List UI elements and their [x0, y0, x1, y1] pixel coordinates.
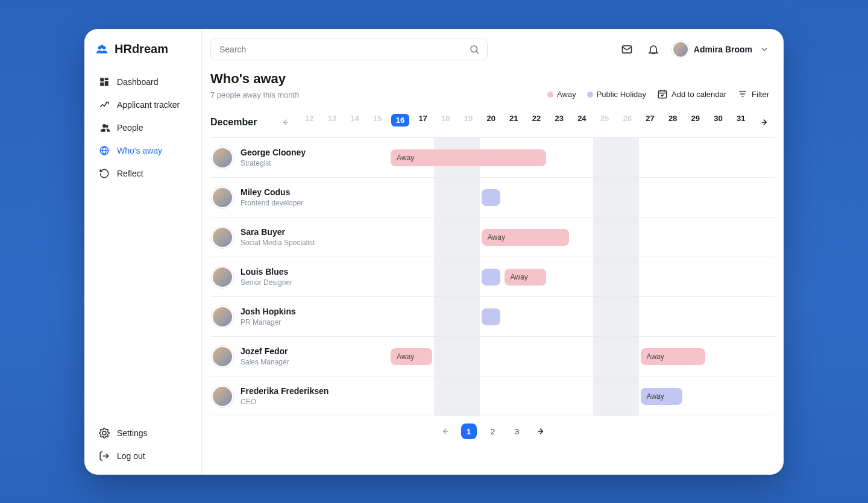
calendar-header: December 1213141516171819202122232425262… — [202, 99, 784, 134]
pager-page-1[interactable]: 1 — [461, 423, 477, 439]
person-role: CEO — [241, 398, 329, 406]
next-range-button[interactable] — [757, 114, 773, 130]
prev-range-button[interactable] — [277, 114, 293, 130]
day-14[interactable]: 14 — [344, 110, 366, 134]
holiday-bar[interactable] — [482, 269, 501, 286]
holiday-bar[interactable] — [482, 189, 501, 206]
day-23[interactable]: 23 — [548, 110, 571, 134]
holiday-bar[interactable]: Away — [641, 388, 682, 405]
search-input[interactable] — [218, 44, 464, 55]
page-title: Who's away — [210, 71, 299, 87]
person: Josh HopkinsPR Manager — [210, 306, 382, 328]
day-16[interactable]: 16 — [389, 110, 412, 134]
holiday-bar[interactable] — [482, 308, 501, 325]
notifications-button[interactable] — [646, 42, 661, 57]
sidebar-item-dashboard[interactable]: Dashboard — [94, 72, 192, 92]
person-role: Social Media Specialist — [241, 239, 315, 247]
add-to-calendar-button[interactable]: Add to calendar — [657, 89, 726, 99]
person-row: George ClooneyStrategistAway — [210, 137, 775, 177]
day-29[interactable]: 29 — [684, 110, 707, 134]
day-15[interactable]: 15 — [366, 110, 389, 134]
away-bar[interactable]: Away — [391, 348, 432, 365]
day-24[interactable]: 24 — [571, 110, 594, 134]
trend-icon — [99, 99, 110, 110]
away-bar[interactable]: Away — [641, 348, 705, 365]
sidebar-item-who-s-away[interactable]: Who's away — [94, 140, 192, 161]
person-name: Frederika Frederiksen — [241, 386, 329, 396]
topbar: Admira Broom — [202, 29, 784, 66]
sidebar-item-applicant-tracker[interactable]: Applicant tracker — [94, 95, 192, 115]
away-bar[interactable]: Away — [482, 229, 569, 246]
person: Sara BuyerSocial Media Specialist — [210, 227, 382, 248]
day-18[interactable]: 18 — [434, 110, 457, 134]
sidebar: HRdream DashboardApplicant trackerPeople… — [84, 29, 202, 475]
search-input-wrap[interactable] — [210, 39, 488, 60]
person: Jozef FedorSales Manager — [210, 346, 382, 367]
person-avatar — [212, 187, 233, 208]
chevron-down-icon — [760, 45, 769, 54]
person-role: Sales Manager — [241, 358, 289, 366]
person-role: Frontend developer — [241, 199, 303, 207]
person-role: Strategist — [241, 159, 306, 167]
sidebar-item-settings[interactable]: Settings — [94, 423, 192, 443]
person-name: Louis Blues — [241, 267, 292, 276]
person-avatar — [212, 227, 233, 248]
person: Miley CodusFrontend developer — [210, 187, 382, 208]
day-26[interactable]: 26 — [616, 110, 639, 134]
arrow-right-icon — [536, 426, 547, 437]
person-row: Louis BluesSenior DesignerAway — [210, 257, 775, 296]
user-name: Admira Broom — [694, 45, 752, 54]
day-30[interactable]: 30 — [707, 110, 730, 134]
page-header: Who's away 7 people away this month Away… — [202, 66, 784, 99]
calendar-grid: George ClooneyStrategistAwayMiley CodusF… — [210, 137, 775, 416]
person: Louis BluesSenior Designer — [210, 266, 382, 288]
user-menu[interactable]: Admira Broom — [672, 41, 769, 58]
person-avatar — [212, 306, 233, 328]
day-25[interactable]: 25 — [593, 110, 616, 134]
person-name: George Clooney — [241, 148, 306, 157]
day-12[interactable]: 12 — [298, 110, 321, 134]
mail-icon — [621, 43, 633, 55]
day-22[interactable]: 22 — [525, 110, 548, 134]
arrow-left-icon — [439, 426, 450, 437]
pagination: 123 — [202, 416, 784, 444]
person-row: Jozef FedorSales ManagerAwayAway — [210, 336, 775, 376]
pager-next[interactable] — [533, 423, 549, 439]
page-subtitle: 7 people away this month — [210, 90, 299, 99]
day-27[interactable]: 27 — [639, 110, 662, 134]
pager-page-2[interactable]: 2 — [485, 423, 501, 439]
legend-holiday: Public Holiday — [587, 90, 646, 99]
day-28[interactable]: 28 — [661, 110, 684, 134]
bell-icon — [647, 43, 659, 55]
person: Frederika FrederiksenCEO — [210, 386, 382, 407]
main: Admira Broom Who's away 7 people away th… — [202, 29, 784, 475]
sidebar-item-log-out[interactable]: Log out — [94, 446, 192, 466]
filter-button[interactable]: Filter — [737, 89, 769, 99]
filter-icon — [737, 89, 748, 99]
person-row: Miley CodusFrontend developer — [210, 177, 775, 217]
person-name: Jozef Fedor — [241, 346, 289, 356]
day-row: 1213141516171819202122232425262728293031 — [298, 110, 752, 134]
person-avatar — [212, 386, 233, 407]
day-21[interactable]: 21 — [503, 110, 526, 134]
person-role: PR Manager — [241, 318, 296, 326]
sidebar-item-reflect[interactable]: Reflect — [94, 163, 192, 184]
away-bar[interactable]: Away — [391, 149, 546, 166]
day-19[interactable]: 19 — [457, 110, 480, 134]
grid-icon — [99, 77, 110, 87]
sidebar-item-people[interactable]: People — [94, 117, 192, 138]
day-13[interactable]: 13 — [321, 110, 344, 134]
calendar-check-icon — [657, 89, 668, 99]
restore-icon — [99, 168, 110, 179]
mail-button[interactable] — [619, 42, 635, 57]
brand-icon — [95, 43, 108, 56]
day-31[interactable]: 31 — [729, 110, 752, 134]
day-20[interactable]: 20 — [480, 110, 503, 134]
person-name: Josh Hopkins — [241, 307, 296, 316]
away-bar[interactable]: Away — [505, 269, 546, 286]
person-avatar — [212, 346, 233, 367]
pager-page-3[interactable]: 3 — [509, 423, 525, 439]
gear-icon — [99, 428, 110, 439]
pager-prev[interactable] — [437, 423, 453, 439]
day-17[interactable]: 17 — [412, 110, 435, 134]
